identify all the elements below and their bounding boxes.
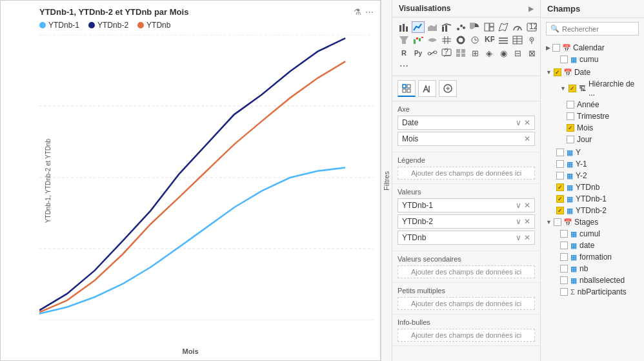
tree-item-trimestre[interactable]: Trimestre bbox=[545, 110, 640, 122]
chevron-icon-v1[interactable]: ∨ bbox=[516, 201, 521, 210]
vis-icon-line[interactable] bbox=[412, 21, 425, 33]
vis-icon-more2[interactable]: ⊞ bbox=[468, 47, 481, 59]
checkbox-calendar[interactable] bbox=[552, 44, 560, 52]
vis-icon-pie[interactable] bbox=[468, 21, 481, 33]
vis-icon-waterfall[interactable] bbox=[412, 34, 425, 46]
checkbox-annee[interactable] bbox=[567, 101, 574, 108]
tree-item-jour[interactable]: Jour bbox=[545, 134, 640, 145]
checkbox-stages[interactable] bbox=[554, 218, 561, 226]
axe-date-field[interactable]: Date ∨ ✕ bbox=[397, 116, 535, 130]
petits-multiples-placeholder[interactable]: Ajouter des champs de données ici bbox=[397, 297, 535, 310]
tab-analytics[interactable] bbox=[439, 80, 457, 97]
chevron-icon-v3[interactable]: ∨ bbox=[516, 233, 521, 242]
vis-icon-more1[interactable] bbox=[454, 47, 467, 59]
vis-icon-card[interactable]: 123 bbox=[525, 21, 538, 33]
vis-icon-more5[interactable]: ⊟ bbox=[511, 47, 524, 59]
vis-icon-funnel[interactable] bbox=[397, 34, 410, 46]
vis-icon-matrix[interactable] bbox=[440, 34, 453, 46]
tree-item-ytdnb1[interactable]: ▦ YTDnb-1 bbox=[545, 193, 640, 205]
val-ytdnb1-field[interactable]: YTDnb-1 ∨ ✕ bbox=[397, 198, 535, 212]
filter-icon[interactable]: ⚗ bbox=[354, 7, 361, 17]
checkbox-jour[interactable] bbox=[567, 136, 574, 143]
tree-item-y1[interactable]: ▦ Y-1 bbox=[545, 158, 640, 170]
checkbox-nballselected[interactable] bbox=[560, 276, 568, 284]
vis-icon-more6[interactable]: ⊠ bbox=[525, 47, 538, 59]
chevron-icon-v2[interactable]: ∨ bbox=[516, 217, 521, 226]
checkbox-ytdnb1[interactable] bbox=[556, 195, 564, 203]
tree-item-ytdnb2[interactable]: ▦ YTDnb-2 bbox=[545, 205, 640, 216]
tree-item-cumul[interactable]: ▦ cumul bbox=[545, 228, 640, 240]
tree-item-ytdnb[interactable]: ▦ YTDnb bbox=[545, 181, 640, 193]
vis-icon-more3[interactable]: ◈ bbox=[483, 47, 496, 59]
vis-icon-scatter[interactable] bbox=[454, 21, 467, 33]
vis-icon-clock[interactable] bbox=[468, 34, 481, 46]
tree-group-calendar-header[interactable]: ▶ 📅 Calendar bbox=[545, 42, 640, 54]
vis-icon-map2[interactable] bbox=[525, 34, 538, 46]
checkbox-ytdnb[interactable] bbox=[556, 183, 564, 191]
checkbox-date[interactable] bbox=[554, 68, 561, 76]
vis-icon-link[interactable] bbox=[426, 47, 439, 59]
visualisations-chevron[interactable]: ▶ bbox=[528, 5, 534, 12]
tab-build[interactable] bbox=[397, 80, 416, 97]
tree-item-nbparticipants[interactable]: Σ nbParticipants bbox=[545, 286, 640, 298]
val-ytdnb2-field[interactable]: YTDnb-2 ∨ ✕ bbox=[397, 214, 535, 229]
vis-icon-ribbon[interactable] bbox=[426, 34, 439, 46]
checkbox-mois[interactable] bbox=[567, 124, 574, 132]
checkbox-y1[interactable] bbox=[556, 160, 564, 168]
vis-icon-bar[interactable] bbox=[397, 21, 410, 33]
vis-icon-table[interactable] bbox=[511, 34, 524, 46]
checkbox-nb[interactable] bbox=[560, 265, 568, 273]
close-icon-v2[interactable]: ✕ bbox=[524, 217, 530, 226]
checkbox-ytdnb2[interactable] bbox=[556, 207, 564, 214]
tree-item-annee[interactable]: Année bbox=[545, 99, 640, 110]
close-icon[interactable]: ✕ bbox=[524, 118, 530, 127]
chevron-icon[interactable]: ∨ bbox=[516, 118, 521, 127]
val-ytdnb-field[interactable]: YTDnb ∨ ✕ bbox=[397, 231, 535, 245]
vis-icon-map[interactable] bbox=[497, 21, 510, 33]
vis-icon-more4[interactable]: ◉ bbox=[497, 47, 510, 59]
vis-icon-r[interactable]: R bbox=[397, 47, 410, 59]
checkbox-trimestre[interactable] bbox=[567, 112, 574, 120]
vis-icon-kpi[interactable]: KPI bbox=[483, 34, 496, 46]
vis-more-dots[interactable]: ⋯ bbox=[397, 60, 410, 72]
tab-format[interactable] bbox=[418, 80, 436, 97]
tree-group-date-header[interactable]: ▼ 📅 Date bbox=[545, 67, 640, 78]
checkbox-date-stages[interactable] bbox=[560, 242, 568, 249]
search-input[interactable] bbox=[562, 25, 634, 33]
vis-icon-treemap[interactable] bbox=[483, 21, 496, 33]
vis-icon-slicer[interactable] bbox=[497, 34, 510, 46]
checkbox-nbparticipants[interactable] bbox=[560, 288, 568, 296]
legende-placeholder[interactable]: Ajouter des champs de données ici bbox=[397, 167, 535, 180]
checkbox-hierarchy[interactable] bbox=[569, 85, 576, 92]
checkbox-cumul[interactable] bbox=[560, 230, 568, 238]
tree-item-y2[interactable]: ▦ Y-2 bbox=[545, 170, 640, 181]
more-icon[interactable]: ⋯ bbox=[365, 7, 374, 17]
tree-item-formation[interactable]: ▦ formation bbox=[545, 251, 640, 263]
champs-search-box[interactable]: 🔍 bbox=[546, 22, 639, 36]
vis-icon-area[interactable] bbox=[426, 21, 439, 33]
close-icon-v1[interactable]: ✕ bbox=[524, 201, 530, 210]
tree-group-stages-header[interactable]: ▼ 📅 Stages bbox=[545, 216, 640, 228]
vis-icon-donut[interactable] bbox=[454, 34, 467, 46]
vis-icon-qa[interactable]: ? bbox=[440, 47, 453, 59]
vis-icon-py[interactable]: Py bbox=[412, 47, 425, 59]
info-bulles-placeholder[interactable]: Ajouter des champs de données ici bbox=[397, 329, 535, 342]
tree-item-cumu-calendar[interactable]: ▦ cumu bbox=[545, 54, 640, 65]
vis-icon-combo[interactable] bbox=[440, 21, 453, 33]
axe-mois-icons: ✕ bbox=[524, 134, 530, 143]
valeurs-secondaires-placeholder[interactable]: Ajouter des champs de données ici bbox=[397, 265, 535, 278]
checkbox-y2[interactable] bbox=[556, 172, 564, 180]
vis-icon-gauge[interactable] bbox=[511, 21, 524, 33]
checkbox-formation[interactable] bbox=[560, 253, 568, 261]
checkbox-cumu-calendar[interactable] bbox=[560, 56, 568, 63]
axe-mois-field[interactable]: Mois ✕ bbox=[397, 132, 535, 146]
tree-item-nballselected[interactable]: ▦ nballselected bbox=[545, 274, 640, 286]
tree-item-nb[interactable]: ▦ nb bbox=[545, 263, 640, 274]
tree-item-mois[interactable]: Mois bbox=[545, 122, 640, 134]
tree-item-y[interactable]: ▦ Y bbox=[545, 147, 640, 158]
close-icon-v3[interactable]: ✕ bbox=[524, 233, 530, 242]
tree-item-date-stages[interactable]: ▦ date bbox=[545, 240, 640, 251]
close-icon-mois[interactable]: ✕ bbox=[524, 134, 530, 143]
tree-item-hierarchy[interactable]: ▼ 🏗 Hiérarchie de ... bbox=[545, 78, 640, 99]
checkbox-y[interactable] bbox=[556, 149, 564, 156]
